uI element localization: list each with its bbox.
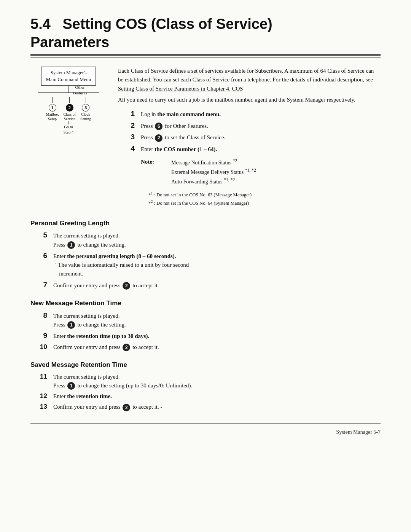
step-1-content: Log in the main command menu. (141, 110, 381, 119)
note-content: Message Notification Status *2 External … (171, 158, 256, 186)
bottom-divider (30, 423, 381, 424)
step-11-row: 11 The current setting is played. Press … (30, 372, 381, 390)
step-4-num: 4 (118, 144, 141, 154)
badge-2-step3: 2 (155, 134, 162, 142)
step-7-row: 7 Confirm your entry and press 2 to acce… (30, 280, 381, 290)
step-13-num: 13 (30, 402, 53, 411)
main-content-area: System Manager'sMain Command Menu OtherF… (30, 67, 381, 210)
footnote-ref-2a: *2 (233, 158, 237, 163)
icon1-label: MailboxSetup (46, 112, 59, 121)
diagram-container: System Manager'sMain Command Menu OtherF… (30, 67, 107, 135)
icon3-circle: 3 (82, 104, 89, 111)
section-heading-saved-message: Saved Message Retention Time (30, 360, 381, 370)
goto-step-label: Go toStep 4 (64, 124, 74, 135)
badge-2-step7: 2 (123, 282, 130, 290)
step-13-row: 13 Confirm your entry and press 2 to acc… (30, 402, 381, 411)
step-1-num: 1 (118, 109, 141, 119)
steps-1-4: 1 Log in the main command menu. 2 Press … (118, 109, 381, 154)
step-5-content: The current setting is played. Press 1 t… (53, 231, 381, 249)
main-menu-label: System Manager'sMain Command Menu (46, 70, 91, 82)
badge-1-step11: 1 (67, 382, 75, 390)
section-saved-message: Saved Message Retention Time 11 The curr… (30, 360, 381, 412)
diagram-line-1 (68, 86, 69, 92)
step-11-content: The current setting is played. Press 1 t… (53, 373, 381, 390)
step-10-row: 10 Confirm your entry and press 2 to acc… (30, 342, 381, 352)
step-9-row: 9 Enter the retention time (up to 30 day… (30, 331, 381, 341)
footnote-1: *1 : Do not set in the COS No. 63 (Messa… (148, 190, 381, 199)
step-10-num: 10 (30, 342, 53, 352)
other-features-area: OtherFeatures (30, 92, 107, 104)
step-2-content: Press 6 for Other Features. (141, 122, 381, 131)
section-heading-personal-greeting: Personal Greeting Length (30, 218, 381, 228)
step-3-content: Press 2 to set the Class of Service. (141, 133, 381, 142)
title-divider-bottom (30, 57, 381, 57)
main-menu-box: System Manager'sMain Command Menu (41, 67, 96, 86)
step-9-bold: the retention time (up to 30 days). (67, 333, 149, 339)
step-10-content: Confirm your entry and press 2 to accept… (53, 343, 381, 352)
step-6-bold: the personal greeting length (8 – 60 sec… (67, 253, 176, 259)
step-1-row: 1 Log in the main command menu. (118, 109, 381, 119)
icon2-label: Class ofService (64, 112, 76, 121)
title-divider-top (30, 54, 381, 56)
intro-paragraph-2: All you need to carry out such a job is … (118, 96, 381, 104)
step-3-row: 3 Press 2 to set the Class of Service. (118, 132, 381, 142)
right-text-area: Each Class of Service defines a set of s… (118, 67, 381, 210)
intro-paragraph-1: Each Class of Service defines a set of s… (118, 67, 381, 93)
footer-text: System Manager 5-7 (336, 428, 381, 436)
page: 5.4 Setting COS (Class of Service)Parame… (0, 0, 411, 532)
note-row: Note: Message Notification Status *2 Ext… (141, 158, 381, 186)
goto-step-area: Go toStep 4 (64, 121, 74, 135)
step-4-content: Enter the COS number (1 – 64). (141, 145, 381, 154)
step-4-row: 4 Enter the COS number (1 – 64). (118, 144, 381, 154)
goto-vline1 (68, 121, 68, 124)
step-8-num: 8 (30, 311, 53, 321)
section-heading-new-message: New Message Retention Time (30, 298, 381, 308)
icon3-label: ClockSetting (80, 112, 91, 121)
icon2-circle: 2 (66, 104, 73, 111)
step-12-content: Enter the retention time. (53, 392, 381, 401)
bracket-line-container (38, 92, 99, 93)
step-2-row: 2 Press 6 for Other Features. (118, 121, 381, 131)
step-8-row: 8 The current setting is played. Press 1… (30, 311, 381, 330)
footnote-ref-1a: *1, *2 (245, 168, 256, 173)
step-2-num: 2 (118, 121, 141, 131)
step-13-content: Confirm your entry and press 2 to accept… (53, 403, 381, 411)
bracket-left (38, 92, 68, 93)
chapter-number: 5.4 (30, 16, 51, 32)
step-12-num: 12 (30, 392, 53, 401)
step-9-content: Enter the retention time (up to 30 days)… (53, 332, 381, 341)
badge-2-step10: 2 (123, 344, 130, 351)
footnote-block: *1 : Do not set in the COS No. 63 (Messa… (148, 190, 381, 207)
cross-ref: Setting Class of Service Parameters in C… (118, 86, 243, 92)
footnote-2: *2 : Do not set in the COS No. 64 (Syste… (148, 199, 381, 207)
step-12-bold: the retention time. (67, 393, 112, 399)
step-6-content: Enter the personal greeting length (8 – … (53, 252, 381, 279)
step-7-content: Confirm your entry and press 2 to accept… (53, 281, 381, 290)
section-personal-greeting: Personal Greeting Length 5 The current s… (30, 218, 381, 290)
chapter-title: 5.4 Setting COS (Class of Service)Parame… (30, 15, 381, 51)
step-5-row: 5 The current setting is played. Press 1… (30, 230, 381, 249)
icon1-circle: 1 (49, 104, 56, 111)
badge-2-step13: 2 (123, 404, 130, 411)
step-11-num: 11 (30, 372, 53, 381)
note-label: Note: (141, 158, 164, 186)
step-9-num: 9 (30, 331, 53, 341)
step-8-content: The current setting is played. Press 1 t… (53, 312, 381, 330)
step-12-row: 12 Enter the retention time. (30, 392, 381, 401)
badge-6: 6 (155, 123, 162, 130)
section-new-message: New Message Retention Time 8 The current… (30, 298, 381, 352)
footnote-ref-1b: *1, *2 (224, 177, 235, 182)
step-7-num: 7 (30, 280, 53, 290)
chapter-title-block: 5.4 Setting COS (Class of Service)Parame… (30, 15, 381, 57)
step-6-row: 6 Enter the personal greeting length (8 … (30, 251, 381, 279)
step-6-num: 6 (30, 251, 53, 261)
badge-1-step5: 1 (67, 241, 75, 249)
chapter-title-text: Setting COS (Class of Service)Parameters (30, 16, 272, 50)
footer: System Manager 5-7 (30, 427, 381, 436)
step-1-bold: the main command menu. (157, 111, 221, 117)
left-diagram: System Manager'sMain Command Menu OtherF… (30, 67, 107, 210)
step-3-num: 3 (118, 132, 141, 142)
step-5-num: 5 (30, 230, 53, 241)
other-features-label: OtherFeatures (73, 84, 87, 96)
step-4-bold: the COS number (1 – 64). (155, 146, 217, 152)
